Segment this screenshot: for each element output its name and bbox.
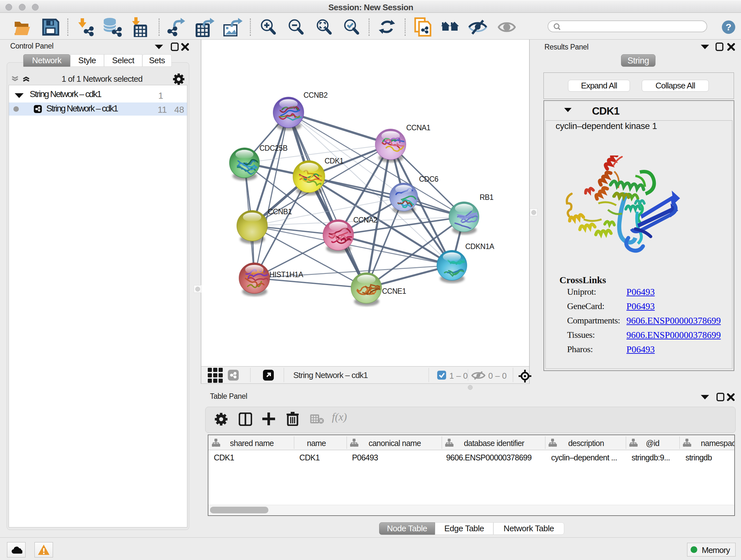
svg-text:CCNB2: CCNB2 [304, 91, 327, 99]
svg-text:CCNA2: CCNA2 [353, 216, 377, 224]
svg-text:RB1: RB1 [480, 193, 493, 201]
svg-text:HIST1H1A: HIST1H1A [269, 270, 304, 279]
svg-text:CDKN1A: CDKN1A [465, 242, 494, 251]
svg-text:CCNB1: CCNB1 [268, 207, 292, 216]
svg-text:CDC6: CDC6 [419, 175, 439, 183]
svg-text:CCNA1: CCNA1 [406, 124, 430, 132]
svg-text:CDC25B: CDC25B [259, 144, 287, 152]
svg-text:CCNE1: CCNE1 [382, 287, 406, 295]
svg-text:CDK1: CDK1 [325, 157, 343, 165]
